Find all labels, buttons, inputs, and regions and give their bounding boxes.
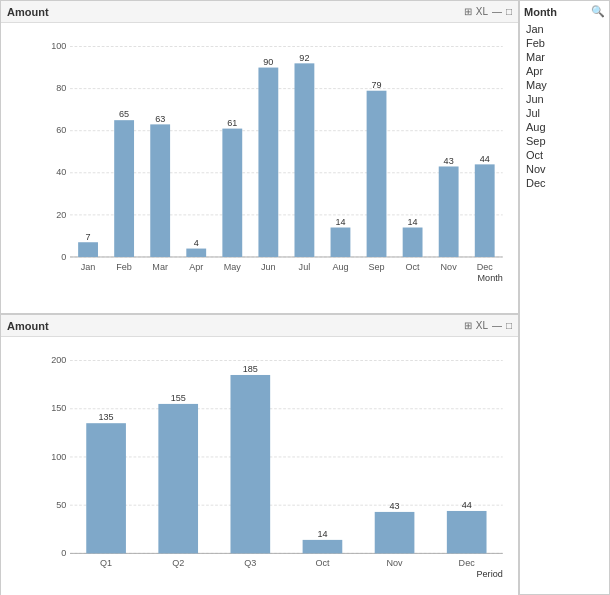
xl-icon-2[interactable]: XL <box>476 320 488 331</box>
minimize-icon-2[interactable]: — <box>492 320 502 331</box>
bar-label-Oct: Oct <box>315 558 330 568</box>
table-icon[interactable]: ⊞ <box>464 6 472 17</box>
bar-label-Dec: Dec <box>477 262 494 272</box>
bottom-chart-header: Amount ⊞ XL — □ <box>1 315 518 337</box>
bar-Q1 <box>86 424 126 554</box>
bottom-chart-svg: 050100150200135Q1155Q2185Q314Oct43Nov44D… <box>41 345 510 580</box>
top-chart-svg: 0204060801007Jan65Feb63Mar4Apr61May90Jun… <box>41 31 510 283</box>
bar-value-Dec: 44 <box>480 154 490 164</box>
bar-label-Q2: Q2 <box>172 558 184 568</box>
y-tick-label: 80 <box>56 83 66 93</box>
sidebar-item-feb[interactable]: Feb <box>524 36 605 50</box>
bar-value-Sep: 79 <box>371 80 381 90</box>
top-chart-panel: Amount ⊞ XL — □ 0204060801007Jan65Feb63M… <box>0 0 519 314</box>
y-tick-label: 0 <box>61 548 66 558</box>
y-tick-label: 100 <box>51 41 66 51</box>
y-tick-label: 200 <box>51 356 66 366</box>
maximize-icon-2[interactable]: □ <box>506 320 512 331</box>
bar-label-Q1: Q1 <box>100 558 112 568</box>
bar-label-Mar: Mar <box>152 262 168 272</box>
bar-label-Nov: Nov <box>441 262 458 272</box>
bar-Jul <box>294 63 314 257</box>
bar-label-Oct: Oct <box>406 262 421 272</box>
bottom-chart-title: Amount <box>7 320 49 332</box>
main-container: Amount ⊞ XL — □ 0204060801007Jan65Feb63M… <box>0 0 610 595</box>
top-chart-title: Amount <box>7 6 49 18</box>
y-tick-label: 0 <box>61 252 66 262</box>
top-chart-body: 0204060801007Jan65Feb63Mar4Apr61May90Jun… <box>1 23 518 313</box>
bar-Nov <box>375 512 415 553</box>
bar-Nov <box>439 166 459 256</box>
sidebar-item-jan[interactable]: Jan <box>524 22 605 36</box>
bar-label-Jul: Jul <box>299 262 311 272</box>
sidebar-title: Month 🔍 <box>524 5 605 18</box>
bottom-chart-icons: ⊞ XL — □ <box>464 320 512 331</box>
sidebar-item-dec[interactable]: Dec <box>524 176 605 190</box>
y-tick-label: 60 <box>56 125 66 135</box>
bar-Q2 <box>158 404 198 553</box>
bar-value-Nov: 43 <box>390 502 400 512</box>
bar-label-Apr: Apr <box>189 262 203 272</box>
bar-value-May: 61 <box>227 118 237 128</box>
y-tick-label: 40 <box>56 168 66 178</box>
bar-label-Feb: Feb <box>116 262 132 272</box>
y-tick-label: 20 <box>56 210 66 220</box>
sidebar-item-jun[interactable]: Jun <box>524 92 605 106</box>
minimize-icon[interactable]: — <box>492 6 502 17</box>
y-tick-label: 100 <box>51 452 66 462</box>
top-chart-icons: ⊞ XL — □ <box>464 6 512 17</box>
bar-value-Jan: 7 <box>86 232 91 242</box>
bar-value-Q3: 185 <box>243 365 258 375</box>
x-axis-label: Month <box>478 273 503 283</box>
sidebar-item-nov[interactable]: Nov <box>524 162 605 176</box>
bar-Jan <box>78 242 98 257</box>
bottom-chart-panel: Amount ⊞ XL — □ 050100150200135Q1155Q218… <box>0 314 519 595</box>
xl-icon[interactable]: XL <box>476 6 488 17</box>
bar-label-Dec: Dec <box>459 558 476 568</box>
bar-value-Feb: 65 <box>119 109 129 119</box>
sidebar-item-apr[interactable]: Apr <box>524 64 605 78</box>
bar-label-Aug: Aug <box>332 262 348 272</box>
bar-value-Nov: 43 <box>444 156 454 166</box>
maximize-icon[interactable]: □ <box>506 6 512 17</box>
table-icon-2[interactable]: ⊞ <box>464 320 472 331</box>
x-axis-label: Period <box>477 569 503 579</box>
sidebar-items-container: JanFebMarAprMayJunJulAugSepOctNovDec <box>524 22 605 190</box>
bar-May <box>222 129 242 257</box>
bar-value-Apr: 4 <box>194 238 199 248</box>
sidebar-search-icon[interactable]: 🔍 <box>591 5 605 18</box>
bar-value-Dec: 44 <box>462 501 472 511</box>
bar-value-Jun: 90 <box>263 57 273 67</box>
sidebar-item-oct[interactable]: Oct <box>524 148 605 162</box>
sidebar-item-aug[interactable]: Aug <box>524 120 605 134</box>
bar-label-Jan: Jan <box>81 262 96 272</box>
sidebar: Month 🔍 JanFebMarAprMayJunJulAugSepOctNo… <box>520 0 610 595</box>
bar-Oct <box>403 228 423 257</box>
bar-Jun <box>258 68 278 257</box>
bar-value-Q1: 135 <box>99 413 114 423</box>
bar-Oct <box>303 540 343 554</box>
sidebar-item-sep[interactable]: Sep <box>524 134 605 148</box>
bar-value-Aug: 14 <box>335 217 345 227</box>
bar-value-Mar: 63 <box>155 114 165 124</box>
bar-value-Q2: 155 <box>171 394 186 404</box>
bar-value-Jul: 92 <box>299 53 309 63</box>
bar-Apr <box>186 249 206 257</box>
bar-Feb <box>114 120 134 257</box>
bar-Mar <box>150 124 170 257</box>
bar-label-Q3: Q3 <box>244 558 256 568</box>
bar-label-May: May <box>224 262 242 272</box>
sidebar-item-mar[interactable]: Mar <box>524 50 605 64</box>
charts-column: Amount ⊞ XL — □ 0204060801007Jan65Feb63M… <box>0 0 520 595</box>
top-chart-header: Amount ⊞ XL — □ <box>1 1 518 23</box>
bar-label-Nov: Nov <box>387 558 404 568</box>
sidebar-item-may[interactable]: May <box>524 78 605 92</box>
bar-Sep <box>367 91 387 257</box>
sidebar-item-jul[interactable]: Jul <box>524 106 605 120</box>
bar-Dec <box>447 511 487 553</box>
bar-label-Sep: Sep <box>368 262 384 272</box>
bottom-chart-body: 050100150200135Q1155Q2185Q314Oct43Nov44D… <box>1 337 518 595</box>
bar-Aug <box>331 228 351 257</box>
bar-Q3 <box>230 375 270 553</box>
y-tick-label: 50 <box>56 500 66 510</box>
